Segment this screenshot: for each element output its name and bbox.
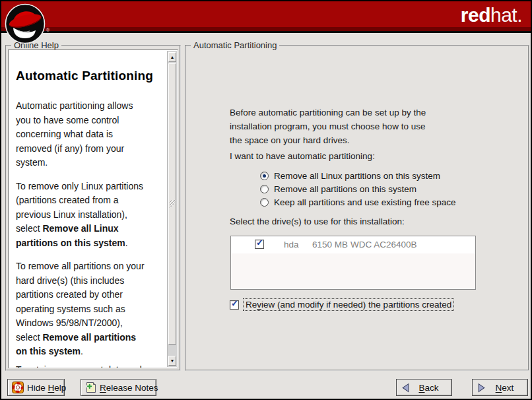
next-label: Next [490, 383, 519, 393]
drive-size: 6150 MB [312, 240, 348, 250]
scroll-down-button[interactable]: ▼ [168, 356, 176, 366]
drive-checkbox[interactable]: ✓ [255, 240, 264, 249]
release-notes-label: Release Notes [100, 383, 158, 393]
review-label[interactable]: Review (and modify if needed) the partit… [243, 298, 454, 311]
review-option[interactable]: ✓ Review (and modify if needed) the part… [230, 298, 454, 311]
help-p4-text: To retain your current data and [16, 364, 142, 369]
hide-help-button[interactable]: Hide Help [7, 379, 65, 396]
release-notes-button[interactable]: Release Notes [81, 379, 156, 396]
review-label-pre: Re [246, 300, 257, 310]
automatic-partitioning-frame: Automatic Partitioning Before automatic … [185, 45, 529, 371]
release-notes-mnemonic: R [100, 383, 106, 393]
release-notes-post: elease Notes [106, 383, 158, 393]
radio-button-icon[interactable] [260, 172, 269, 180]
banner-stripe [1, 27, 531, 31]
hide-help-pre: Hide [27, 383, 48, 393]
next-post: ext [502, 383, 514, 393]
help-p3-pre: To remove all partitions on your hard dr… [16, 261, 145, 343]
help-title: Automatic Partitioning [16, 69, 165, 83]
radio-label: Remove all partitions on this system [274, 184, 416, 194]
drive-list[interactable]: ✓ hda 6150 MB WDC AC26400B [230, 236, 476, 290]
next-mnemonic: N [496, 383, 502, 393]
installer-window: redhat. ® Online Help Automatic Partitio… [0, 0, 532, 400]
help-p2-post: . [125, 238, 128, 248]
review-label-mnemonic: v [257, 300, 261, 310]
redhat-shadowman-logo-icon [5, 3, 47, 45]
help-p1-text: Automatic partitioning allows you to hav… [16, 100, 133, 168]
automatic-partitioning-frame-label: Automatic Partitioning [191, 40, 279, 50]
help-lifesaver-icon [12, 382, 24, 393]
back-post: ack [425, 383, 439, 393]
scroll-down-icon: ▼ [170, 358, 175, 363]
radio-option-remove-linux-partitions[interactable]: Remove all Linux partitions on this syst… [260, 169, 455, 182]
scrollbar-thumb[interactable] [168, 63, 176, 345]
thumb-grip-icon [169, 199, 176, 209]
release-notes-icon [85, 382, 96, 393]
back-arrow-icon [401, 383, 411, 393]
help-scrollbar[interactable]: ▲ ▼ [167, 51, 177, 367]
review-checkbox[interactable]: ✓ [230, 300, 239, 310]
banner: redhat. [1, 1, 531, 33]
hide-help-mnemonic: H [48, 383, 55, 393]
check-icon: ✓ [256, 238, 263, 248]
online-help-frame: Online Help Automatic Partitioning Autom… [5, 45, 181, 371]
next-arrow-icon [477, 383, 486, 393]
drives-label: Select the drive(s) to use for this inst… [230, 217, 405, 226]
help-paragraph-2: To remove only Linux partitions (partiti… [16, 180, 165, 251]
registered-trademark: ® [46, 28, 50, 32]
radio-option-remove-all-partitions[interactable]: Remove all partitions on this system [260, 182, 455, 195]
redhat-wordmark: redhat. [461, 4, 522, 26]
radio-label: Keep all partitions and use existing fre… [274, 197, 455, 207]
intro-text: Before automatic partitioning can be set… [230, 106, 426, 147]
help-paragraph-3: To remove all partitions on your hard dr… [16, 259, 165, 359]
partitioning-options: Remove all Linux partitions on this syst… [260, 169, 455, 209]
check-icon: ✓ [231, 298, 238, 309]
wordmark-red: red [461, 4, 490, 26]
review-label-post: iew (and modify if needed) the partition… [261, 300, 451, 310]
back-button[interactable]: Back [396, 379, 452, 396]
radio-option-keep-partitions[interactable]: Keep all partitions and use existing fre… [260, 195, 455, 209]
hide-help-post: elp [54, 383, 66, 393]
help-p3-post: . [81, 346, 83, 356]
radio-button-icon[interactable] [260, 185, 269, 193]
prompt-text: I want to have automatic partitioning: [230, 151, 375, 161]
radio-button-icon[interactable] [260, 198, 269, 207]
hide-help-label: Hide Help [27, 383, 66, 393]
next-button[interactable]: Next [472, 379, 528, 396]
drive-device: hda [284, 240, 299, 250]
help-paragraph-1: Automatic partitioning allows you to hav… [16, 99, 165, 170]
help-text: Automatic Partitioning Automatic partiti… [16, 50, 165, 368]
wordmark-hat: hat. [490, 4, 522, 26]
help-content-box: Automatic Partitioning Automatic partiti… [8, 50, 178, 368]
back-mnemonic: B [418, 383, 424, 393]
drive-model: WDC AC26400B [350, 240, 417, 250]
drive-row-hda[interactable]: ✓ hda 6150 MB WDC AC26400B [231, 236, 475, 253]
scroll-up-button[interactable]: ▲ [168, 52, 176, 62]
help-paragraph-4-clipped: To retain your current data and [16, 363, 165, 369]
radio-label: Remove all Linux partitions on this syst… [274, 171, 440, 181]
back-label: Back [414, 383, 444, 393]
scroll-up-icon: ▲ [170, 55, 175, 59]
